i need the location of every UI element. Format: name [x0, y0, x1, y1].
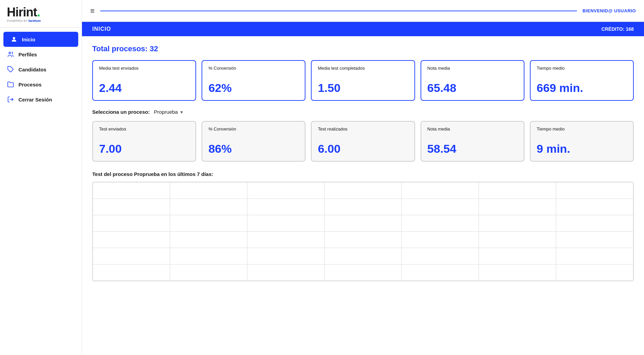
- chart-cell: [93, 248, 170, 264]
- chart-cell: [93, 232, 170, 248]
- process-stat-value-1: 86%: [208, 142, 299, 155]
- stat-value-2: 1.50: [318, 81, 408, 95]
- chart-cell: [325, 215, 402, 232]
- svg-point-0: [13, 37, 15, 39]
- stat-label-2: Media test completados: [318, 66, 408, 78]
- folder-icon: [7, 81, 14, 88]
- chart-cell: [170, 199, 247, 215]
- menu-icon[interactable]: ≡: [90, 6, 95, 15]
- process-stat-label-4: Tiempo medio: [537, 126, 627, 139]
- chart-cell: [93, 199, 170, 215]
- credit-display: CRÉDITO: 168: [601, 26, 634, 32]
- logo-area: Hirint. POWERED BY factHum: [0, 0, 82, 28]
- total-procesos: Total procesos: 32: [92, 44, 634, 53]
- main-area: ≡ BIENVENID@ USUARIO INICIO CRÉDITO: 168…: [82, 0, 644, 355]
- process-stat-value-0: 7.00: [99, 142, 189, 155]
- process-stat-card-tiempo: Tiempo medio 9 min.: [530, 121, 634, 162]
- chart-cell: [93, 264, 170, 281]
- chart-cell: [556, 215, 633, 232]
- chart-cell: [402, 199, 479, 215]
- chart-cell: [325, 199, 402, 215]
- chart-cell: [247, 264, 325, 281]
- chart-cell: [247, 199, 325, 215]
- sidebar-item-cerrar-sesion[interactable]: Cerrar Sesión: [0, 92, 82, 107]
- powered-by: POWERED BY factHum: [7, 19, 75, 23]
- global-stats-row: Media test enviados 2.44 % Conversión 62…: [92, 60, 634, 101]
- sidebar-label-candidatos: Candidatos: [18, 67, 46, 72]
- chart-cell: [325, 248, 402, 264]
- process-stat-label-3: Nota media: [427, 126, 518, 139]
- chart-cell: [170, 248, 247, 264]
- tag-icon: [7, 66, 14, 73]
- process-stat-label-1: % Conversión: [208, 126, 299, 139]
- stat-card-conversion: % Conversión 62%: [202, 60, 305, 101]
- page-title: INICIO: [92, 26, 111, 32]
- nav-menu: Inicio Perfiles Candidatos Procesos Cerr: [0, 28, 82, 111]
- chart-cell: [325, 232, 402, 248]
- topbar: ≡ BIENVENID@ USUARIO: [82, 0, 644, 22]
- chart-cell: [479, 264, 556, 281]
- user-greeting: BIENVENID@ USUARIO: [583, 8, 636, 13]
- chart-cell: [556, 264, 633, 281]
- chart-cell: [479, 182, 556, 199]
- stat-card-media-enviados: Media test enviados 2.44: [92, 60, 196, 101]
- process-stat-value-3: 58.54: [427, 142, 518, 155]
- process-stat-card-realizados: Test realizados 6.00: [311, 121, 415, 162]
- chart-cell: [247, 232, 325, 248]
- sidebar: Hirint. POWERED BY factHum Inicio Perfil…: [0, 0, 82, 355]
- chart-cell: [402, 182, 479, 199]
- chart-cell: [170, 215, 247, 232]
- process-dropdown[interactable]: Proprueba ▾: [154, 109, 183, 115]
- process-selector: Selecciona un proceso: Proprueba ▾: [92, 109, 634, 115]
- sidebar-item-candidatos[interactable]: Candidatos: [0, 62, 82, 77]
- sidebar-item-perfiles[interactable]: Perfiles: [0, 47, 82, 62]
- chart-cell: [247, 182, 325, 199]
- process-stats-row: Test enviados 7.00 % Conversión 86% Test…: [92, 121, 634, 162]
- chart-cell: [170, 182, 247, 199]
- chart-container: [92, 182, 634, 281]
- stat-value-3: 65.48: [427, 81, 518, 95]
- chart-cell: [402, 215, 479, 232]
- stat-value-4: 669 min.: [537, 81, 627, 95]
- chart-cell: [479, 199, 556, 215]
- app-logo: Hirint.: [7, 6, 75, 18]
- sidebar-label-procesos: Procesos: [18, 82, 42, 87]
- sidebar-label-cerrar-sesion: Cerrar Sesión: [18, 97, 52, 103]
- chevron-down-icon: ▾: [180, 109, 183, 115]
- stat-label-3: Nota media: [427, 66, 518, 78]
- sidebar-label-inicio: Inicio: [22, 37, 35, 42]
- sidebar-item-procesos[interactable]: Procesos: [0, 77, 82, 92]
- chart-cell: [170, 264, 247, 281]
- stat-label-4: Tiempo medio: [537, 66, 627, 78]
- process-stat-value-2: 6.00: [318, 142, 408, 155]
- chart-cell: [93, 182, 170, 199]
- stat-card-tiempo-medio: Tiempo medio 669 min.: [530, 60, 634, 101]
- chart-cell: [247, 215, 325, 232]
- chart-cell: [479, 248, 556, 264]
- chart-grid: [93, 182, 633, 281]
- chart-cell: [556, 199, 633, 215]
- process-stat-value-4: 9 min.: [537, 142, 627, 155]
- chart-cell: [556, 182, 633, 199]
- chart-cell: [556, 232, 633, 248]
- process-stat-label-0: Test enviados: [99, 126, 189, 139]
- chart-cell: [402, 248, 479, 264]
- stat-label-1: % Conversión: [208, 66, 299, 78]
- stat-card-media-completados: Media test completados 1.50: [311, 60, 415, 101]
- chart-cell: [479, 232, 556, 248]
- topbar-divider: [100, 11, 577, 11]
- user-icon: [10, 36, 18, 43]
- chart-cell: [93, 215, 170, 232]
- process-stat-label-2: Test realizados: [318, 126, 408, 139]
- process-selector-label: Selecciona un proceso:: [92, 109, 150, 115]
- users-icon: [7, 51, 14, 58]
- process-stat-card-enviados: Test enviados 7.00: [92, 121, 196, 162]
- chart-cell: [402, 264, 479, 281]
- chart-section-title: Test del proceso Proprueba en los último…: [92, 171, 634, 177]
- process-selected-value: Proprueba: [154, 109, 178, 115]
- svg-point-1: [9, 52, 11, 54]
- content-area: INICIO CRÉDITO: 168 Total procesos: 32 M…: [82, 22, 644, 355]
- process-stat-card-conversion: % Conversión 86%: [202, 121, 305, 162]
- chart-cell: [325, 264, 402, 281]
- sidebar-item-inicio[interactable]: Inicio: [3, 32, 78, 47]
